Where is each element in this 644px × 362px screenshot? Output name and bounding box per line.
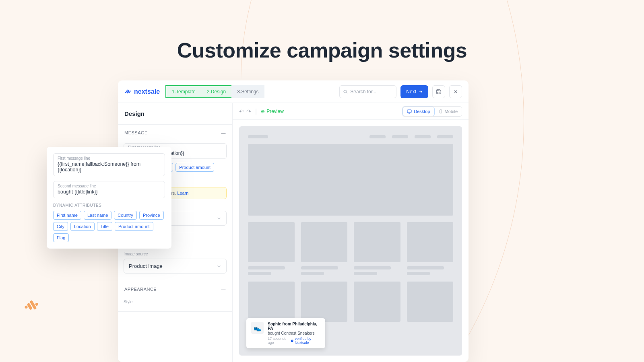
chip-location[interactable]: Location <box>70 222 95 231</box>
search-input[interactable] <box>350 89 393 95</box>
mobile-toggle[interactable]: Mobile <box>435 107 462 116</box>
wizard-step-design[interactable]: 2.Design <box>201 85 231 98</box>
chip-city[interactable]: City <box>53 222 68 231</box>
appearance-section-title: APPEARANCE <box>124 287 157 292</box>
svg-rect-7 <box>129 90 131 92</box>
appearance-section-header[interactable]: APPEARANCE — <box>118 281 232 297</box>
preview-panel: ↶ ↷ | ⊕ Preview Desktop <box>233 103 469 362</box>
brand-mark-decoration <box>23 297 40 316</box>
chevron-down-icon <box>217 264 221 269</box>
search-icon <box>343 89 348 95</box>
image-source-value: Product image <box>129 263 163 269</box>
desktop-icon <box>407 109 412 114</box>
device-toggle: Desktop Mobile <box>402 106 462 117</box>
collapse-icon: — <box>221 239 226 244</box>
svg-rect-0 <box>24 305 28 309</box>
notification-title: Sophie from Philadelphia, PA <box>268 322 320 331</box>
svg-rect-10 <box>407 110 411 113</box>
undo-button[interactable]: ↶ <box>239 108 244 115</box>
hero-title: Customize campaign settings <box>0 38 644 62</box>
preview-link[interactable]: ⊕ Preview <box>261 109 284 114</box>
popover-second-value: bought {{title|link}} <box>58 189 161 195</box>
brand-logo-icon <box>124 88 132 95</box>
message-editor-popover: First message line {{first_name|fallback… <box>47 147 171 249</box>
notification-subtitle: bought Contrast Sneakers <box>268 331 320 335</box>
learn-link[interactable]: Learn <box>177 191 188 195</box>
svg-rect-4 <box>125 91 126 93</box>
wizard-step-settings[interactable]: 3.Settings <box>231 85 264 98</box>
message-section-title: MESSAGE <box>124 130 148 135</box>
wizard-step-template[interactable]: 1.Template <box>165 85 201 98</box>
chip-flag[interactable]: Flag <box>53 233 69 242</box>
brand[interactable]: nextsale <box>124 88 160 95</box>
popover-first-value: {{first_name|fallback:Someone}} from {{l… <box>58 161 161 173</box>
notification-verified: verified by Nextsale <box>291 337 320 345</box>
svg-rect-11 <box>440 109 442 113</box>
chip-product-amount[interactable]: Product amount <box>115 222 153 231</box>
desktop-toggle[interactable]: Desktop <box>402 107 434 116</box>
popover-first-line-field[interactable]: First message line {{first_name|fallback… <box>53 153 165 176</box>
popover-second-label: Second message line <box>58 184 161 188</box>
desktop-label: Desktop <box>414 109 430 114</box>
brand-name: nextsale <box>134 88 160 95</box>
svg-point-8 <box>344 90 347 93</box>
save-button[interactable] <box>432 85 445 98</box>
preview-toolbar: ↶ ↷ | ⊕ Preview Desktop <box>233 103 469 120</box>
svg-rect-3 <box>35 302 39 306</box>
preview-canvas: 👟 Sophie from Philadelphia, PA bought Co… <box>233 120 469 362</box>
chip-product-amount[interactable]: Product amount <box>175 163 214 172</box>
message-section-header[interactable]: MESSAGE — <box>118 125 232 141</box>
collapse-icon: — <box>221 130 226 135</box>
chip-country[interactable]: Country <box>114 211 137 220</box>
next-button-label: Next <box>406 89 416 95</box>
chip-province[interactable]: Province <box>139 211 164 220</box>
mock-page: 👟 Sophie from Philadelphia, PA bought Co… <box>239 126 462 356</box>
next-button[interactable]: Next <box>400 85 428 98</box>
popover-chips: First name Last name Country Province Ci… <box>53 211 165 242</box>
search-input-wrapper[interactable] <box>339 85 396 98</box>
notification-popup[interactable]: 👟 Sophie from Philadelphia, PA bought Co… <box>246 318 325 348</box>
popover-attrs-label: DYNAMIC ATTRIBUTES <box>53 203 165 208</box>
chip-last-name[interactable]: Last name <box>84 211 111 220</box>
arrow-right-icon <box>419 90 423 94</box>
style-label: Style <box>124 300 227 304</box>
close-icon <box>453 89 458 94</box>
redo-button[interactable]: ↷ <box>246 108 251 115</box>
svg-line-9 <box>347 93 347 93</box>
mobile-icon <box>439 109 443 114</box>
notification-product-image: 👟 <box>251 322 264 334</box>
verified-icon <box>291 339 293 343</box>
chip-first-name[interactable]: First name <box>53 211 81 220</box>
app-header: nextsale 1.Template 2.Design 3.Settings … <box>118 80 469 103</box>
chevron-down-icon <box>217 216 221 221</box>
image-source-label: Image source <box>124 252 227 256</box>
notification-time: 17 seconds ago <box>268 337 289 345</box>
chip-title[interactable]: Title <box>97 222 112 231</box>
collapse-icon: — <box>221 287 226 292</box>
popover-first-label: First message line <box>58 156 161 160</box>
appearance-section: APPEARANCE — Style <box>118 281 232 312</box>
popover-second-line-field[interactable]: Second message line bought {{title|link}… <box>53 181 165 198</box>
image-source-select[interactable]: Product image <box>124 259 227 274</box>
mobile-label: Mobile <box>445 109 458 114</box>
panel-title: Design <box>118 103 232 125</box>
preview-label: Preview <box>266 109 284 114</box>
close-button[interactable] <box>449 85 462 98</box>
save-icon <box>436 89 442 95</box>
wizard-steps: 1.Template 2.Design 3.Settings <box>165 85 264 98</box>
